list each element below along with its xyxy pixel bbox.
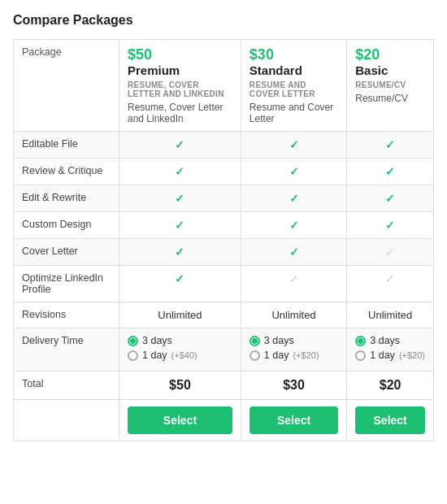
dash-icon: ✓ bbox=[385, 272, 395, 285]
total-row: Total $50 $30 $20 bbox=[14, 371, 434, 400]
total-standard: $30 bbox=[241, 371, 346, 400]
delivery-standard-1day-radio[interactable] bbox=[250, 350, 260, 361]
feature-label: Custom Design bbox=[14, 212, 119, 239]
check-icon: ✓ bbox=[385, 165, 395, 178]
feature-premium: ✓ bbox=[119, 185, 241, 212]
feature-row: Custom Design ✓ ✓ ✓ bbox=[14, 212, 434, 239]
feature-label: Edit & Rewrite bbox=[14, 185, 119, 212]
delivery-basic: 3 days 1 day (+$20) bbox=[347, 328, 434, 371]
revisions-premium: Unlimited bbox=[119, 302, 241, 328]
feature-basic: ✓ bbox=[347, 159, 434, 185]
check-icon: ✓ bbox=[175, 165, 184, 178]
delivery-basic-1day-label: 1 day bbox=[370, 350, 395, 361]
standard-desc: Resume and Cover Letter bbox=[250, 102, 338, 124]
basic-price: $20 bbox=[355, 46, 425, 63]
standard-subtitle: RESUME AND COVER LETTER bbox=[250, 80, 338, 98]
delivery-basic-1day-cost: (+$20) bbox=[399, 350, 425, 360]
feature-basic: ✓ bbox=[347, 239, 434, 266]
basic-subtitle: RESUME/CV bbox=[355, 80, 425, 89]
feature-standard: ✓ bbox=[241, 185, 346, 212]
delivery-premium-1day-cost: (+$40) bbox=[171, 350, 197, 360]
feature-premium: ✓ bbox=[119, 159, 241, 185]
select-label-empty bbox=[14, 400, 119, 441]
feature-label: Cover Letter bbox=[14, 239, 119, 266]
check-icon: ✓ bbox=[385, 192, 395, 205]
check-icon: ✓ bbox=[175, 245, 184, 259]
delivery-label: Delivery Time bbox=[14, 328, 119, 371]
premium-price: $50 bbox=[128, 46, 232, 63]
check-icon: ✓ bbox=[289, 245, 299, 259]
standard-header: $30 Standard RESUME AND COVER LETTER Res… bbox=[241, 40, 346, 132]
feature-basic: ✓ bbox=[347, 185, 434, 212]
basic-name: Basic bbox=[355, 63, 425, 77]
dash-icon: ✓ bbox=[289, 272, 299, 285]
feature-row: Editable File ✓ ✓ ✓ bbox=[14, 132, 434, 159]
feature-basic: ✓ bbox=[347, 212, 434, 239]
select-row: Select Select Select bbox=[14, 400, 434, 441]
feature-premium: ✓ bbox=[119, 239, 241, 266]
revisions-label: Revisions bbox=[14, 302, 119, 328]
delivery-premium-3day-radio[interactable] bbox=[128, 336, 138, 346]
delivery-standard-3day-label: 3 days bbox=[264, 335, 294, 346]
total-label: Total bbox=[14, 371, 119, 400]
select-basic-button[interactable]: Select bbox=[355, 406, 425, 434]
revisions-basic: Unlimited bbox=[347, 302, 434, 328]
feature-label: Optimize LinkedIn Profile bbox=[14, 266, 119, 302]
feature-row: Review & Critique ✓ ✓ ✓ bbox=[14, 159, 434, 185]
feature-basic: ✓ bbox=[347, 266, 434, 302]
feature-label: Editable File bbox=[14, 132, 119, 159]
premium-name: Premium bbox=[128, 63, 232, 77]
select-standard-button[interactable]: Select bbox=[250, 406, 338, 434]
check-icon: ✓ bbox=[175, 138, 184, 151]
check-icon: ✓ bbox=[385, 138, 395, 151]
standard-price: $30 bbox=[250, 46, 338, 63]
delivery-basic-1day-radio[interactable] bbox=[355, 350, 366, 361]
delivery-premium-1day-radio[interactable] bbox=[128, 350, 138, 361]
select-standard-cell: Select bbox=[241, 400, 346, 441]
total-basic: $20 bbox=[347, 371, 434, 400]
select-premium-button[interactable]: Select bbox=[128, 406, 232, 434]
feature-premium: ✓ bbox=[119, 266, 241, 302]
feature-premium: ✓ bbox=[119, 212, 241, 239]
check-icon: ✓ bbox=[385, 219, 395, 232]
delivery-standard-3day-radio[interactable] bbox=[250, 336, 260, 346]
check-icon: ✓ bbox=[289, 192, 299, 205]
standard-name: Standard bbox=[250, 63, 338, 77]
delivery-premium: 3 days 1 day (+$40) bbox=[119, 328, 241, 371]
delivery-standard: 3 days 1 day (+$20) bbox=[241, 328, 346, 371]
delivery-standard-1day-cost: (+$20) bbox=[293, 350, 319, 360]
premium-header: $50 Premium RESUME, COVER LETTER AND LIN… bbox=[119, 40, 241, 132]
total-premium: $50 bbox=[119, 371, 241, 400]
dash-icon: ✓ bbox=[385, 245, 395, 259]
select-basic-cell: Select bbox=[347, 400, 434, 441]
basic-header: $20 Basic RESUME/CV Resume/CV bbox=[347, 40, 434, 132]
select-premium-cell: Select bbox=[119, 400, 241, 441]
feature-standard: ✓ bbox=[241, 132, 346, 159]
feature-row: Optimize LinkedIn Profile ✓ ✓ ✓ bbox=[14, 266, 434, 302]
feature-row: Cover Letter ✓ ✓ ✓ bbox=[14, 239, 434, 266]
feature-standard: ✓ bbox=[241, 212, 346, 239]
delivery-basic-3day-label: 3 days bbox=[370, 335, 400, 346]
delivery-standard-1day-label: 1 day bbox=[264, 350, 289, 361]
feature-premium: ✓ bbox=[119, 132, 241, 159]
feature-standard: ✓ bbox=[241, 266, 346, 302]
package-label-header: Package bbox=[14, 40, 119, 132]
check-icon: ✓ bbox=[289, 219, 299, 232]
premium-subtitle: RESUME, COVER LETTER AND LINKEDIN bbox=[128, 80, 232, 98]
check-icon: ✓ bbox=[289, 165, 299, 178]
delivery-premium-1day-label: 1 day bbox=[142, 350, 167, 361]
feature-row: Edit & Rewrite ✓ ✓ ✓ bbox=[14, 185, 434, 212]
basic-desc: Resume/CV bbox=[355, 93, 425, 104]
delivery-row: Delivery Time 3 days 1 day (+$40) 3 days… bbox=[14, 328, 434, 371]
feature-standard: ✓ bbox=[241, 239, 346, 266]
check-icon: ✓ bbox=[175, 219, 184, 232]
feature-basic: ✓ bbox=[347, 132, 434, 159]
feature-label: Review & Critique bbox=[14, 159, 119, 185]
check-icon: ✓ bbox=[175, 272, 184, 285]
page-title: Compare Packages bbox=[13, 13, 434, 28]
revisions-row: Revisions Unlimited Unlimited Unlimited bbox=[14, 302, 434, 328]
premium-desc: Resume, Cover Letter and LinkedIn bbox=[128, 102, 232, 124]
check-icon: ✓ bbox=[289, 138, 299, 151]
revisions-standard: Unlimited bbox=[241, 302, 346, 328]
delivery-basic-3day-radio[interactable] bbox=[355, 336, 366, 346]
